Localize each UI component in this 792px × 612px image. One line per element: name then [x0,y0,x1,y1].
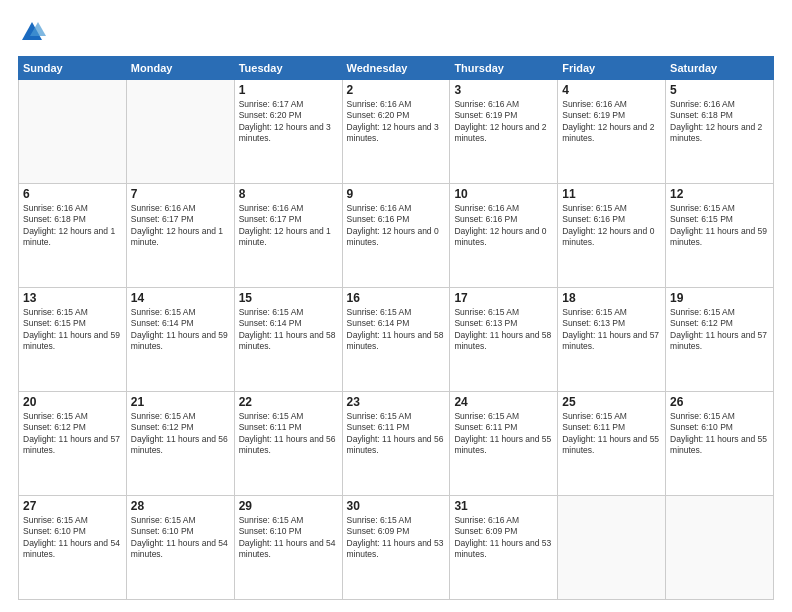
day-number: 8 [239,187,338,201]
cell-content: Sunrise: 6:16 AMSunset: 6:18 PMDaylight:… [23,203,122,249]
calendar-cell: 17Sunrise: 6:15 AMSunset: 6:13 PMDayligh… [450,288,558,392]
calendar-cell: 5Sunrise: 6:16 AMSunset: 6:18 PMDaylight… [666,80,774,184]
day-number: 16 [347,291,446,305]
day-number: 21 [131,395,230,409]
col-header-wednesday: Wednesday [342,57,450,80]
calendar-cell: 9Sunrise: 6:16 AMSunset: 6:16 PMDaylight… [342,184,450,288]
calendar-cell: 8Sunrise: 6:16 AMSunset: 6:17 PMDaylight… [234,184,342,288]
calendar-cell: 15Sunrise: 6:15 AMSunset: 6:14 PMDayligh… [234,288,342,392]
calendar-cell: 21Sunrise: 6:15 AMSunset: 6:12 PMDayligh… [126,392,234,496]
day-number: 4 [562,83,661,97]
calendar-cell: 24Sunrise: 6:15 AMSunset: 6:11 PMDayligh… [450,392,558,496]
calendar-cell [19,80,127,184]
calendar-week-3: 20Sunrise: 6:15 AMSunset: 6:12 PMDayligh… [19,392,774,496]
day-number: 19 [670,291,769,305]
cell-content: Sunrise: 6:15 AMSunset: 6:11 PMDaylight:… [562,411,661,457]
day-number: 23 [347,395,446,409]
cell-content: Sunrise: 6:15 AMSunset: 6:14 PMDaylight:… [131,307,230,353]
col-header-friday: Friday [558,57,666,80]
calendar-cell: 7Sunrise: 6:16 AMSunset: 6:17 PMDaylight… [126,184,234,288]
cell-content: Sunrise: 6:15 AMSunset: 6:12 PMDaylight:… [670,307,769,353]
calendar-cell: 28Sunrise: 6:15 AMSunset: 6:10 PMDayligh… [126,496,234,600]
cell-content: Sunrise: 6:15 AMSunset: 6:14 PMDaylight:… [347,307,446,353]
cell-content: Sunrise: 6:16 AMSunset: 6:18 PMDaylight:… [670,99,769,145]
cell-content: Sunrise: 6:15 AMSunset: 6:15 PMDaylight:… [670,203,769,249]
col-header-tuesday: Tuesday [234,57,342,80]
cell-content: Sunrise: 6:16 AMSunset: 6:20 PMDaylight:… [347,99,446,145]
logo-icon [18,18,46,46]
day-number: 18 [562,291,661,305]
page: SundayMondayTuesdayWednesdayThursdayFrid… [0,0,792,612]
cell-content: Sunrise: 6:15 AMSunset: 6:13 PMDaylight:… [454,307,553,353]
calendar-cell: 29Sunrise: 6:15 AMSunset: 6:10 PMDayligh… [234,496,342,600]
calendar-cell: 11Sunrise: 6:15 AMSunset: 6:16 PMDayligh… [558,184,666,288]
calendar-cell: 26Sunrise: 6:15 AMSunset: 6:10 PMDayligh… [666,392,774,496]
calendar-cell: 3Sunrise: 6:16 AMSunset: 6:19 PMDaylight… [450,80,558,184]
day-number: 14 [131,291,230,305]
calendar-cell: 30Sunrise: 6:15 AMSunset: 6:09 PMDayligh… [342,496,450,600]
cell-content: Sunrise: 6:15 AMSunset: 6:14 PMDaylight:… [239,307,338,353]
calendar-cell: 6Sunrise: 6:16 AMSunset: 6:18 PMDaylight… [19,184,127,288]
day-number: 7 [131,187,230,201]
calendar-header-row: SundayMondayTuesdayWednesdayThursdayFrid… [19,57,774,80]
calendar-cell: 22Sunrise: 6:15 AMSunset: 6:11 PMDayligh… [234,392,342,496]
cell-content: Sunrise: 6:15 AMSunset: 6:09 PMDaylight:… [347,515,446,561]
cell-content: Sunrise: 6:15 AMSunset: 6:11 PMDaylight:… [239,411,338,457]
col-header-saturday: Saturday [666,57,774,80]
cell-content: Sunrise: 6:16 AMSunset: 6:16 PMDaylight:… [347,203,446,249]
day-number: 27 [23,499,122,513]
cell-content: Sunrise: 6:16 AMSunset: 6:19 PMDaylight:… [562,99,661,145]
calendar-cell: 20Sunrise: 6:15 AMSunset: 6:12 PMDayligh… [19,392,127,496]
day-number: 2 [347,83,446,97]
cell-content: Sunrise: 6:15 AMSunset: 6:15 PMDaylight:… [23,307,122,353]
day-number: 31 [454,499,553,513]
col-header-sunday: Sunday [19,57,127,80]
cell-content: Sunrise: 6:15 AMSunset: 6:10 PMDaylight:… [670,411,769,457]
cell-content: Sunrise: 6:16 AMSunset: 6:09 PMDaylight:… [454,515,553,561]
day-number: 30 [347,499,446,513]
day-number: 24 [454,395,553,409]
cell-content: Sunrise: 6:15 AMSunset: 6:13 PMDaylight:… [562,307,661,353]
day-number: 17 [454,291,553,305]
day-number: 3 [454,83,553,97]
calendar-cell: 18Sunrise: 6:15 AMSunset: 6:13 PMDayligh… [558,288,666,392]
day-number: 26 [670,395,769,409]
cell-content: Sunrise: 6:15 AMSunset: 6:12 PMDaylight:… [131,411,230,457]
day-number: 29 [239,499,338,513]
cell-content: Sunrise: 6:17 AMSunset: 6:20 PMDaylight:… [239,99,338,145]
day-number: 9 [347,187,446,201]
cell-content: Sunrise: 6:15 AMSunset: 6:12 PMDaylight:… [23,411,122,457]
day-number: 12 [670,187,769,201]
calendar-cell: 10Sunrise: 6:16 AMSunset: 6:16 PMDayligh… [450,184,558,288]
calendar-cell: 16Sunrise: 6:15 AMSunset: 6:14 PMDayligh… [342,288,450,392]
cell-content: Sunrise: 6:16 AMSunset: 6:17 PMDaylight:… [131,203,230,249]
logo [18,18,50,46]
calendar-cell: 27Sunrise: 6:15 AMSunset: 6:10 PMDayligh… [19,496,127,600]
day-number: 15 [239,291,338,305]
day-number: 20 [23,395,122,409]
day-number: 28 [131,499,230,513]
cell-content: Sunrise: 6:15 AMSunset: 6:11 PMDaylight:… [347,411,446,457]
calendar: SundayMondayTuesdayWednesdayThursdayFrid… [18,56,774,600]
day-number: 10 [454,187,553,201]
calendar-cell: 13Sunrise: 6:15 AMSunset: 6:15 PMDayligh… [19,288,127,392]
day-number: 13 [23,291,122,305]
calendar-week-4: 27Sunrise: 6:15 AMSunset: 6:10 PMDayligh… [19,496,774,600]
cell-content: Sunrise: 6:15 AMSunset: 6:16 PMDaylight:… [562,203,661,249]
calendar-week-0: 1Sunrise: 6:17 AMSunset: 6:20 PMDaylight… [19,80,774,184]
calendar-cell: 23Sunrise: 6:15 AMSunset: 6:11 PMDayligh… [342,392,450,496]
calendar-cell [126,80,234,184]
cell-content: Sunrise: 6:15 AMSunset: 6:11 PMDaylight:… [454,411,553,457]
cell-content: Sunrise: 6:16 AMSunset: 6:16 PMDaylight:… [454,203,553,249]
day-number: 5 [670,83,769,97]
day-number: 22 [239,395,338,409]
calendar-cell: 1Sunrise: 6:17 AMSunset: 6:20 PMDaylight… [234,80,342,184]
calendar-cell [558,496,666,600]
calendar-cell: 4Sunrise: 6:16 AMSunset: 6:19 PMDaylight… [558,80,666,184]
cell-content: Sunrise: 6:15 AMSunset: 6:10 PMDaylight:… [239,515,338,561]
day-number: 11 [562,187,661,201]
calendar-cell [666,496,774,600]
calendar-week-2: 13Sunrise: 6:15 AMSunset: 6:15 PMDayligh… [19,288,774,392]
day-number: 1 [239,83,338,97]
calendar-cell: 12Sunrise: 6:15 AMSunset: 6:15 PMDayligh… [666,184,774,288]
